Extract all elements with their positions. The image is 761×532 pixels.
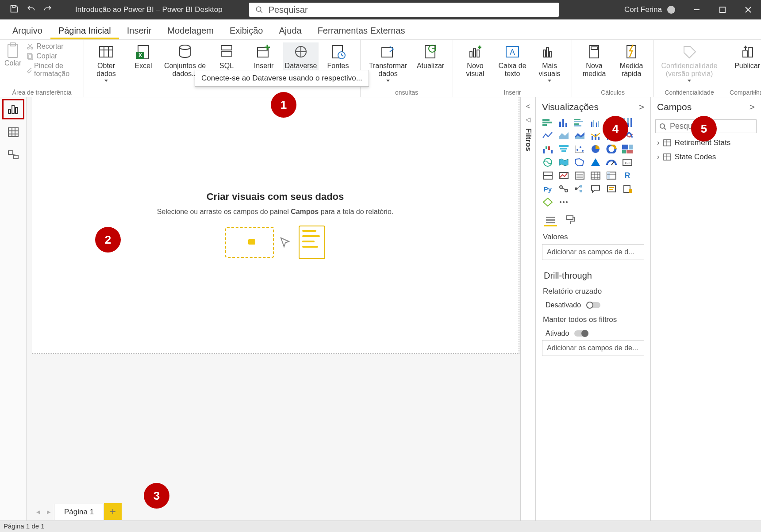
viz-format-tab[interactable] xyxy=(564,214,577,226)
stacked-area-chart-icon[interactable] xyxy=(573,130,586,142)
scatter-chart-icon[interactable] xyxy=(573,143,586,155)
calculator-icon xyxy=(586,44,602,60)
page-next[interactable]: ▸ xyxy=(43,507,54,517)
bar-chart-icon xyxy=(8,104,19,115)
funnel-chart-icon[interactable] xyxy=(557,143,570,155)
map-icon[interactable] xyxy=(541,157,554,168)
values-dropwell[interactable]: Adicionar os campos de d... xyxy=(542,244,644,260)
gauge-icon[interactable] xyxy=(605,157,618,168)
save-icon[interactable] xyxy=(10,4,19,15)
collapse-fields-icon[interactable]: > xyxy=(749,102,755,112)
search-box[interactable]: Pesquisar xyxy=(249,3,559,17)
pie-chart-icon[interactable] xyxy=(589,143,602,155)
kpi-icon[interactable] xyxy=(557,170,570,181)
treemap-icon[interactable] xyxy=(621,143,634,155)
svg-rect-24 xyxy=(221,52,232,56)
tab-inserir[interactable]: Inserir xyxy=(119,21,160,39)
viz-fields-tab[interactable] xyxy=(544,214,557,226)
donut-chart-icon[interactable] xyxy=(605,143,618,155)
powerapps-icon[interactable] xyxy=(541,196,554,208)
brush-icon xyxy=(27,66,31,73)
report-view-button[interactable] xyxy=(4,101,23,118)
shape-map-icon[interactable] xyxy=(573,157,586,168)
key-influencers-icon[interactable] xyxy=(557,183,570,195)
table-state-codes[interactable]: › State Codes xyxy=(651,150,761,164)
undo-icon[interactable] xyxy=(27,4,35,15)
svg-point-150 xyxy=(660,124,665,128)
svg-rect-68 xyxy=(574,121,583,122)
publish-button[interactable]: Publicar xyxy=(730,42,761,70)
waterfall-chart-icon[interactable] xyxy=(541,143,554,155)
azure-map-icon[interactable] xyxy=(589,157,602,168)
collapse-viz-icon[interactable]: > xyxy=(639,102,644,112)
paste-button[interactable]: Colar xyxy=(4,42,21,67)
text-box-button[interactable]: ACaixa de texto xyxy=(495,42,530,82)
more-visuals-button[interactable]: Mais visuais xyxy=(532,42,567,82)
qa-visual-icon[interactable] xyxy=(589,183,602,195)
svg-rect-94 xyxy=(551,150,553,153)
keep-filters-toggle[interactable] xyxy=(574,330,588,337)
more-visuals-icon[interactable] xyxy=(557,196,570,208)
report-canvas[interactable]: Criar visuais com seus dados Selecione o… xyxy=(32,97,519,354)
matrix-visual-icon[interactable] xyxy=(605,170,618,181)
python-visual-icon[interactable]: Py xyxy=(541,183,554,195)
page-tabs: ◂ ▸ Página 1 + xyxy=(33,503,122,521)
refresh-button[interactable]: Atualizar xyxy=(413,42,448,82)
new-measure-button[interactable]: Nova medida xyxy=(577,42,612,78)
sensitivity-button[interactable]: Confidencialidade (versão prévia) xyxy=(658,42,720,82)
stacked-bar-chart-icon[interactable] xyxy=(541,117,554,128)
filled-map-icon[interactable] xyxy=(557,157,570,168)
copy-button[interactable]: Copiar xyxy=(27,52,79,60)
area-chart-icon[interactable] xyxy=(557,130,570,142)
slicer-icon[interactable] xyxy=(573,170,586,181)
values-section-title: Valores xyxy=(536,229,650,244)
svg-rect-35 xyxy=(470,52,472,57)
card-icon[interactable]: 123 xyxy=(621,157,634,168)
window-maximize[interactable] xyxy=(710,0,735,19)
page-tab-1[interactable]: Página 1 xyxy=(54,504,104,520)
ribbon-collapse-button[interactable]: ︿ xyxy=(752,88,758,96)
canvas-title: Criar visuais com seus dados xyxy=(207,191,344,203)
drillthrough-dropwell[interactable]: Adicionar os campos de de... xyxy=(542,340,644,356)
smart-narrative-icon[interactable] xyxy=(605,183,618,195)
r-visual-icon[interactable]: R xyxy=(621,170,634,181)
line-chart-icon[interactable] xyxy=(541,130,554,142)
cut-button[interactable]: Recortar xyxy=(27,42,79,50)
transform-data-button[interactable]: Transformar dados xyxy=(365,42,411,82)
window-close[interactable] xyxy=(735,0,761,19)
user-account[interactable]: Cort Ferina xyxy=(624,5,675,14)
tab-arquivo[interactable]: Arquivo xyxy=(4,21,50,39)
tab-ferramentas-externas[interactable]: Ferramentas Externas xyxy=(310,21,413,39)
tab-modelagem[interactable]: Modelagem xyxy=(159,21,222,39)
svg-rect-95 xyxy=(559,145,569,147)
decomposition-tree-icon[interactable] xyxy=(573,183,586,195)
excel-button[interactable]: XExcel xyxy=(126,42,161,82)
new-visual-button[interactable]: Novo visual xyxy=(457,42,493,82)
model-view-button[interactable] xyxy=(4,147,23,164)
redo-icon[interactable] xyxy=(43,4,52,15)
stacked-column-chart-icon[interactable] xyxy=(557,117,570,128)
get-data-button[interactable]: Obter dados xyxy=(88,42,124,82)
table-visual-icon[interactable] xyxy=(589,170,602,181)
data-view-button[interactable] xyxy=(4,124,23,141)
page-prev[interactable]: ◂ xyxy=(33,507,43,517)
window-minimize[interactable] xyxy=(684,0,710,19)
add-page-button[interactable]: + xyxy=(104,503,122,520)
multi-row-card-icon[interactable] xyxy=(541,170,554,181)
expand-filters-icon[interactable]: < xyxy=(526,103,530,111)
filters-panel-collapsed[interactable]: < ◁ Filtros xyxy=(520,97,535,521)
svg-rect-97 xyxy=(561,150,566,152)
ribbon-tabs: Arquivo Página Inicial Inserir Modelagem… xyxy=(0,19,761,40)
tab-ajuda[interactable]: Ajuda xyxy=(271,21,309,39)
tab-pagina-inicial[interactable]: Página Inicial xyxy=(50,21,119,39)
line-stacked-column-icon[interactable] xyxy=(589,130,602,142)
tab-exibicao[interactable]: Exibição xyxy=(222,21,271,39)
svg-rect-33 xyxy=(382,47,392,57)
clustered-column-chart-icon[interactable] xyxy=(589,117,602,128)
paginated-report-icon[interactable] xyxy=(621,183,634,195)
format-painter-button[interactable]: Pincel de formatação xyxy=(27,62,79,78)
svg-line-60 xyxy=(11,154,16,155)
clustered-bar-chart-icon[interactable] xyxy=(573,117,586,128)
cross-report-toggle[interactable] xyxy=(586,302,600,308)
quick-measure-button[interactable]: Medida rápida xyxy=(614,42,649,78)
